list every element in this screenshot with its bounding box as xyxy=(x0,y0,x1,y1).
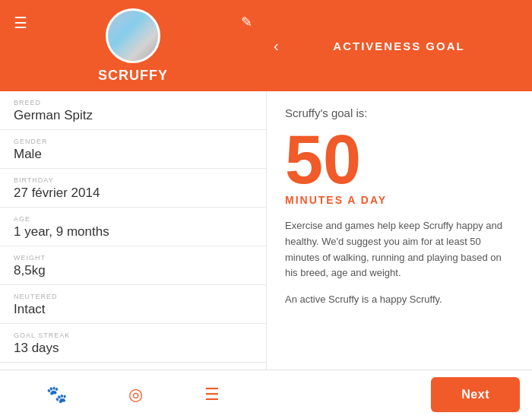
main-content: BREED German Spitz GENDER Male BIRTHDAY … xyxy=(0,91,532,370)
back-icon[interactable]: ‹ xyxy=(274,37,279,55)
goal-number: 50 xyxy=(285,125,514,194)
nav-list[interactable]: ☰ xyxy=(198,379,226,411)
info-item: WEIGHT 8,5kg xyxy=(0,246,266,285)
activeness-panel: Scruffy's goal is: 50 MINUTES A DAY Exer… xyxy=(266,91,532,370)
footer-nav: 🐾 ◎ ☰ xyxy=(0,379,266,411)
info-label: WEIGHT xyxy=(14,254,252,262)
info-value: German Spitz xyxy=(14,108,252,123)
info-value: 27 février 2014 xyxy=(14,186,252,201)
info-value: 13 days xyxy=(14,341,252,356)
minutes-label: MINUTES A DAY xyxy=(285,194,514,206)
info-item: NEUTERED Intact xyxy=(0,285,266,324)
happy-text: An active Scruffy is a happy Scruffy. xyxy=(285,292,514,308)
info-label: BIRTHDAY xyxy=(14,176,252,184)
header-right: ‹ ACTIVENESS GOAL xyxy=(266,0,532,91)
info-value: 1 year, 9 months xyxy=(14,224,252,240)
activeness-goal-title: ACTIVENESS GOAL xyxy=(333,40,464,52)
avatar-image xyxy=(108,11,158,61)
info-item: GENDER Male xyxy=(0,130,266,169)
edit-icon[interactable]: ✎ xyxy=(241,14,252,30)
avatar xyxy=(106,8,160,63)
info-item: BREED German Spitz xyxy=(0,91,266,130)
info-value: Intact xyxy=(14,302,252,317)
info-label: GOAL STREAK xyxy=(14,332,252,339)
info-label: BREED xyxy=(14,99,252,106)
info-item: GOAL STREAK 13 days xyxy=(0,324,266,363)
info-label: GENDER xyxy=(14,138,252,145)
app-header: ☰ SCRUFFY ✎ ‹ ACTIVENESS GOAL xyxy=(0,0,532,91)
info-item: BIRTHDAY 27 février 2014 xyxy=(0,169,266,208)
hamburger-icon[interactable]: ☰ xyxy=(14,14,27,32)
info-item: AGE 1 year, 9 months xyxy=(0,208,266,246)
header-left: ☰ SCRUFFY ✎ xyxy=(0,0,266,91)
info-label: AGE xyxy=(14,215,252,223)
activity-icon: ◎ xyxy=(128,385,143,405)
pet-info-panel: BREED German Spitz GENDER Male BIRTHDAY … xyxy=(0,91,266,370)
info-value: 8,5kg xyxy=(14,263,252,278)
footer-right: Next xyxy=(266,377,532,412)
goal-description: Exercise and games help keep Scruffy hap… xyxy=(285,218,514,281)
nav-paw[interactable]: 🐾 xyxy=(40,379,73,411)
nav-activity[interactable]: ◎ xyxy=(122,379,149,411)
info-label: NEUTERED xyxy=(14,293,252,300)
pet-name: SCRUFFY xyxy=(98,68,168,84)
info-value: Male xyxy=(14,147,252,162)
footer: 🐾 ◎ ☰ Next xyxy=(0,370,532,419)
next-button[interactable]: Next xyxy=(431,377,520,412)
list-icon: ☰ xyxy=(204,385,220,405)
goal-subtitle: Scruffy's goal is: xyxy=(285,106,514,119)
paw-icon: 🐾 xyxy=(46,385,67,405)
